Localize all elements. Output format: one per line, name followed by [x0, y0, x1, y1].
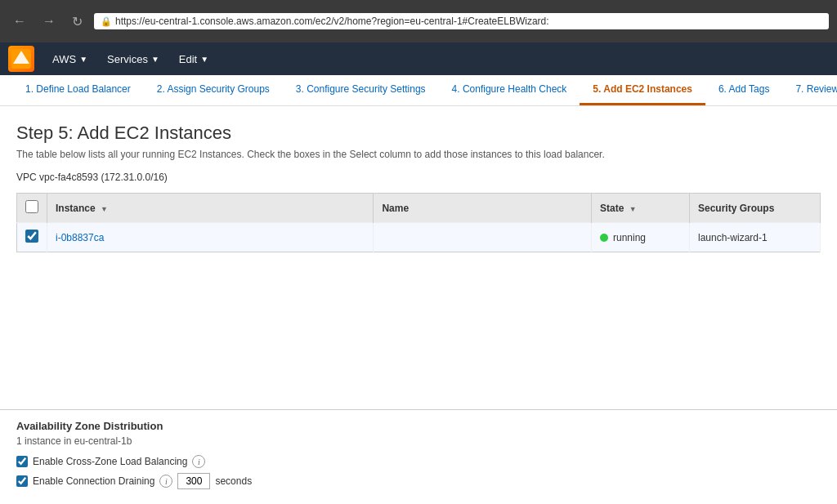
- name-col-header: Name: [374, 194, 592, 223]
- page-description: The table below lists all your running E…: [16, 149, 821, 160]
- row-select-cell[interactable]: [17, 223, 47, 252]
- select-col-header: [17, 194, 47, 223]
- state-col-header[interactable]: State ▼: [592, 194, 690, 223]
- edit-label: Edit: [179, 53, 197, 65]
- instance-sort-icon: ▼: [101, 205, 108, 213]
- aws-caret-icon: ▼: [79, 55, 87, 64]
- tab-review[interactable]: 7. Review: [782, 75, 837, 105]
- state-text: running: [613, 232, 646, 243]
- tab-health-check[interactable]: 4. Configure Health Check: [439, 75, 580, 105]
- refresh-button[interactable]: ↻: [67, 5, 87, 38]
- services-caret-icon: ▼: [151, 55, 159, 64]
- edit-caret-icon: ▼: [200, 55, 208, 64]
- name-cell: [374, 223, 592, 252]
- services-menu-button[interactable]: Services ▼: [97, 42, 169, 75]
- state-sort-icon: ▼: [629, 205, 637, 213]
- select-all-checkbox[interactable]: [25, 200, 38, 213]
- tab-configure-security[interactable]: 3. Configure Security Settings: [283, 75, 439, 105]
- forward-button[interactable]: →: [38, 5, 60, 38]
- aws-top-nav: AWS ▼ Services ▼ Edit ▼: [0, 42, 837, 75]
- tab-add-tags[interactable]: 6. Add Tags: [705, 75, 783, 105]
- page-title: Step 5: Add EC2 Instances: [16, 123, 821, 144]
- wizard-tabs: 1. Define Load Balancer 2. Assign Securi…: [0, 75, 837, 106]
- instances-table: Instance ▼ Name State ▼ Security Groups: [16, 193, 821, 252]
- instance-col-header[interactable]: Instance ▼: [47, 194, 374, 223]
- edit-menu-button[interactable]: Edit ▼: [169, 42, 218, 75]
- table-header-row: Instance ▼ Name State ▼ Security Groups: [17, 194, 821, 223]
- tab-add-instances[interactable]: 5. Add EC2 Instances: [580, 75, 705, 105]
- aws-logo: [8, 46, 34, 72]
- sg-col-header: Security Groups: [690, 194, 821, 223]
- url-text: https://eu-central-1.console.aws.amazon.…: [115, 16, 549, 27]
- instance-id-cell: i-0b8837ca: [47, 223, 374, 252]
- browser-chrome: ← → ↻ 🔒 https://eu-central-1.console.aws…: [0, 0, 837, 42]
- aws-menu-button[interactable]: AWS ▼: [43, 42, 97, 75]
- sg-cell: launch-wizard-1: [690, 223, 821, 252]
- tab-define-lb[interactable]: 1. Define Load Balancer: [12, 75, 144, 105]
- vpc-info: VPC vpc-fa4c8593 (172.31.0.0/16): [16, 172, 821, 183]
- table-row: i-0b8837ca running launch-wizard-1: [17, 223, 821, 252]
- aws-label: AWS: [52, 53, 76, 65]
- row-checkbox[interactable]: [25, 230, 38, 243]
- lock-icon: 🔒: [101, 16, 112, 27]
- back-button[interactable]: ←: [8, 5, 31, 38]
- state-running-dot: [600, 234, 608, 242]
- instance-link[interactable]: i-0b8837ca: [56, 232, 104, 243]
- state-cell: running: [592, 223, 690, 252]
- address-bar[interactable]: 🔒 https://eu-central-1.console.aws.amazo…: [94, 13, 829, 29]
- main-content: Step 5: Add EC2 Instances The table belo…: [0, 106, 837, 269]
- tab-assign-sg[interactable]: 2. Assign Security Groups: [144, 75, 283, 105]
- services-label: Services: [107, 53, 148, 65]
- vpc-value: vpc-fa4c8593 (172.31.0.0/16): [39, 172, 168, 183]
